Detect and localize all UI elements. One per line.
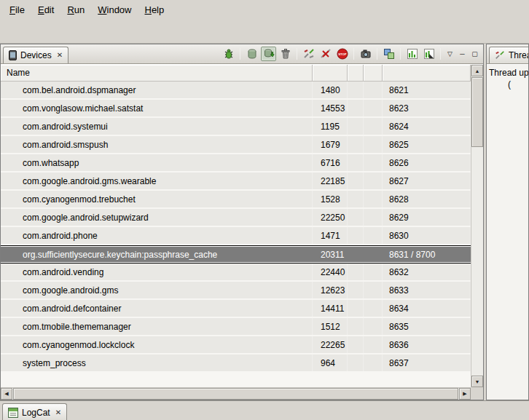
process-pid: 1471 — [313, 227, 348, 244]
row-spacer1 — [348, 336, 364, 353]
table-row[interactable]: com.whatsapp 6716 8626 — [1, 154, 471, 173]
process-pid: 1679 — [313, 136, 348, 153]
table-row[interactable]: com.bel.android.dspmanager 1480 8621 — [1, 82, 471, 100]
table-row[interactable]: com.tmobile.thememanager 1512 8635 — [1, 318, 471, 336]
process-port: 8624 — [383, 118, 471, 135]
horizontal-scroll-thumb[interactable] — [13, 388, 458, 400]
table-row[interactable]: com.vonglasow.michael.satstat 14553 8623 — [1, 100, 471, 118]
tab-threads-label: Threads — [509, 50, 528, 60]
row-spacer2 — [364, 209, 383, 226]
process-name: com.android.smspush — [1, 136, 313, 153]
process-port: 8628 — [383, 191, 471, 207]
row-spacer1 — [348, 82, 364, 98]
row-spacer2 — [364, 246, 383, 263]
view-menu-icon[interactable]: ▽ — [444, 47, 455, 60]
cause-gc-icon[interactable] — [278, 47, 293, 61]
table-row[interactable]: com.google.android.setupwizard 22250 862… — [1, 209, 471, 227]
stop-process-icon[interactable]: STOP — [334, 47, 350, 61]
view-hierarchy-icon[interactable] — [381, 47, 396, 61]
column-header-pid[interactable] — [313, 65, 348, 81]
process-port: 8630 — [383, 227, 471, 244]
table-row[interactable]: com.android.systemui 1195 8624 — [1, 118, 471, 136]
bottom-tab-bar: LogCat ✕ — [0, 400, 529, 420]
row-spacer1 — [348, 354, 364, 371]
column-header-port[interactable] — [383, 65, 471, 81]
process-pid: 12623 — [313, 282, 348, 298]
process-port: 8633 — [383, 282, 471, 298]
update-threads-icon[interactable] — [301, 47, 316, 61]
scroll-right-icon[interactable]: ▶ — [459, 388, 471, 400]
table-row[interactable]: com.android.smspush 1679 8625 — [1, 136, 471, 154]
process-name: com.google.android.gms.wearable — [1, 173, 313, 189]
tab-devices[interactable]: Devices ✕ — [3, 47, 68, 63]
row-spacer1 — [348, 300, 364, 317]
maximize-icon[interactable]: ▢ — [469, 47, 480, 60]
process-pid: 22185 — [313, 173, 348, 189]
column-header-spacer2[interactable] — [364, 65, 383, 81]
table-row[interactable]: com.cyanogenmod.lockclock 22265 8636 — [1, 336, 471, 354]
row-spacer2 — [364, 118, 383, 135]
threads-tabbar: Threads — [487, 44, 528, 64]
column-header-name[interactable]: Name — [1, 65, 313, 81]
row-spacer2 — [364, 354, 383, 371]
column-header-spacer1[interactable] — [348, 65, 364, 81]
device-table-body: com.bel.android.dspmanager 1480 8621 com… — [1, 82, 471, 387]
process-name: com.whatsapp — [1, 154, 313, 171]
process-port: 8626 — [383, 154, 471, 171]
menu-help[interactable]: Help — [138, 1, 171, 18]
start-profiling-icon[interactable] — [404, 47, 420, 61]
scroll-down-icon[interactable]: ▼ — [471, 376, 483, 387]
menu-window[interactable]: Window — [91, 1, 138, 18]
process-port: 8634 — [383, 300, 471, 317]
row-spacer1 — [348, 100, 364, 116]
row-spacer1 — [348, 264, 364, 280]
stop-threads-icon[interactable] — [318, 47, 333, 61]
table-row[interactable]: system_process 964 8637 — [1, 354, 471, 373]
tab-logcat[interactable]: LogCat ✕ — [2, 403, 67, 420]
process-pid: 1528 — [313, 191, 348, 207]
scroll-up-icon[interactable]: ▲ — [471, 65, 483, 76]
process-port: 8623 — [383, 100, 471, 116]
table-row[interactable]: com.google.android.gms.wearable 22185 86… — [1, 173, 471, 191]
close-icon[interactable]: ✕ — [55, 409, 61, 416]
update-heap-icon[interactable] — [244, 47, 259, 61]
scroll-left-icon[interactable]: ◀ — [1, 388, 12, 400]
devices-view: Devices ✕ — [0, 44, 484, 400]
table-row[interactable]: org.sufficientlysecure.keychain:passphra… — [1, 245, 471, 264]
vertical-scrollbar[interactable]: ▲ ▼ — [471, 65, 483, 387]
dump-hprof-icon[interactable] — [261, 47, 276, 61]
table-row[interactable]: com.android.defcontainer 14411 8634 — [1, 300, 471, 318]
process-pid: 22250 — [313, 209, 348, 226]
minimize-icon[interactable]: ─ — [457, 47, 468, 60]
process-name: com.android.systemui — [1, 118, 313, 135]
horizontal-scrollbar[interactable]: ◀ ▶ — [1, 387, 471, 400]
table-row[interactable]: com.android.phone 1471 8630 — [1, 227, 471, 245]
menu-run[interactable]: Run — [60, 1, 91, 18]
row-spacer2 — [364, 282, 383, 298]
close-icon[interactable]: ✕ — [57, 52, 63, 59]
main-area: Devices ✕ — [0, 44, 529, 400]
debug-icon[interactable] — [221, 47, 236, 61]
process-port: 8637 — [383, 354, 471, 371]
row-spacer2 — [364, 136, 383, 153]
process-name: com.google.android.gms — [1, 282, 313, 298]
menu-edit[interactable]: Edit — [31, 1, 60, 18]
table-row[interactable]: com.google.android.gms 12623 8633 — [1, 282, 471, 300]
tab-threads[interactable]: Threads — [489, 47, 528, 63]
table-row[interactable]: com.cyanogenmod.trebuchet 1528 8628 — [1, 191, 471, 209]
screen-capture-icon[interactable] — [358, 47, 373, 61]
table-row[interactable]: com.android.vending 22440 8632 — [1, 264, 471, 282]
stop-profiling-icon[interactable] — [421, 47, 436, 61]
vertical-scroll-thumb[interactable] — [471, 77, 483, 147]
process-name: com.android.vending — [1, 264, 313, 280]
process-name: com.cyanogenmod.lockclock — [1, 336, 313, 353]
process-name: com.bel.android.dspmanager — [1, 82, 313, 98]
row-spacer1 — [348, 318, 364, 335]
process-port: 8631 / 8700 — [383, 246, 471, 263]
menu-file[interactable]: File — [3, 1, 31, 18]
scrollbar-corner — [471, 387, 483, 400]
process-pid: 22265 — [313, 336, 348, 353]
process-pid: 14411 — [313, 300, 348, 317]
threads-message-line1: Thread up — [489, 67, 528, 79]
threads-content: Thread up ( — [487, 64, 528, 400]
